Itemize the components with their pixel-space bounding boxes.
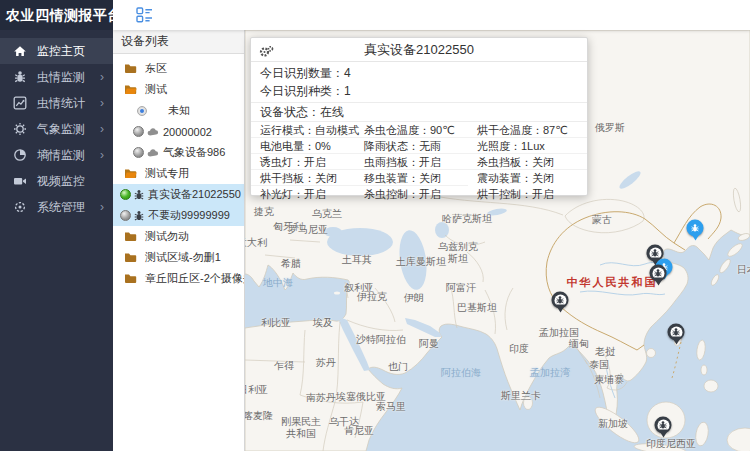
content: 俄罗斯蒙古中华人民共和国日本捷克乌克兰匈牙利罗马尼亚意大利希腊土耳其地中海叙利亚… [113, 30, 750, 451]
popup-field: 移虫装置：关闭 [355, 170, 468, 186]
sidebar-item-weather-monitor[interactable]: 气象监测 › [0, 116, 113, 142]
bug-device-icon [133, 189, 145, 201]
popup-field: 烘干仓温度：87℃ [468, 122, 587, 138]
device-marker-pin[interactable] [668, 324, 685, 341]
popup-field: 电池电量：0% [251, 138, 355, 154]
gear-icon [13, 200, 27, 214]
home-icon [13, 44, 27, 58]
popup-field: 补光灯：开启 [251, 186, 355, 202]
sidebar-item-soil-monitor[interactable]: 墒情监测 › [0, 142, 113, 168]
bug-icon [649, 247, 661, 259]
tree-folder-test-region[interactable]: 测试区域-勿删1 [113, 247, 244, 268]
offline-status-icon [133, 126, 144, 137]
weather-device-icon [147, 148, 159, 157]
chart-icon [13, 96, 27, 110]
popup-field: 杀虫控制：开启 [355, 186, 468, 202]
device-marker-pin[interactable] [650, 265, 667, 282]
soil-pie-icon [13, 148, 27, 162]
popup-field: 震动装置：关闭 [468, 170, 587, 186]
sidebar-item-system-settings[interactable]: 系统管理 › [0, 194, 113, 220]
folder-open-icon [124, 168, 137, 179]
offline-status-icon [120, 210, 131, 221]
folder-closed-icon [124, 63, 137, 74]
sidebar-item-video-monitor[interactable]: 视频监控 [0, 168, 113, 194]
tree-folder-test[interactable]: 测试 [113, 79, 244, 100]
offline-status-icon [133, 147, 144, 158]
tree-folder-zhangqiu[interactable]: 章丘阳丘区-2个摄像头 [113, 268, 244, 289]
popup-field: 虫雨挡板：开启 [355, 154, 468, 170]
bug-icon [652, 267, 664, 279]
weather-gauge-icon [13, 122, 27, 136]
chevron-right-icon: › [100, 149, 104, 161]
sidebar-item-insect-monitor[interactable]: 虫情监测 › [0, 64, 113, 90]
chevron-right-icon: › [100, 201, 104, 213]
popup-fields-grid: 运行模式：自动模式杀虫仓温度：90℃烘干仓温度：87℃电池电量：0%降雨状态：无… [251, 122, 587, 202]
popup-stats: 今日识别数量：4 今日识别种类：1 [251, 62, 587, 103]
bug-device-icon [133, 210, 145, 222]
radio-status-icon [137, 106, 147, 116]
device-tree: 东区 测试 未知 20000002 [113, 54, 244, 289]
popup-field: 烘干控制：开启 [468, 186, 587, 202]
tree-device-donttouch[interactable]: 不要动99999999 [113, 205, 244, 226]
device-marker-pin[interactable] [687, 220, 704, 237]
device-list-panel: 设备列表 东区 测试 未知 20000002 [113, 30, 245, 451]
folder-open-icon [124, 84, 137, 95]
chevron-right-icon: › [100, 97, 104, 109]
sidebar-item-monitor-home[interactable]: 监控主页 [0, 38, 113, 64]
bug-icon [670, 326, 682, 338]
popup-field: 杀虫挡板：关闭 [468, 154, 587, 170]
popup-field: 光照度：1Lux [468, 138, 587, 154]
folder-closed-icon [124, 231, 137, 242]
panel-toggle-icon[interactable] [136, 7, 153, 23]
device-info-popup: 真实设备21022550 今日识别数量：4 今日识别种类：1 设备状态：在线 运… [250, 37, 588, 196]
weather-device-icon [147, 127, 159, 136]
topbar [113, 0, 750, 30]
chevron-right-icon: › [100, 123, 104, 135]
chevron-right-icon: › [100, 71, 104, 83]
tree-device-real-21022550[interactable]: 真实设备21022550 [113, 184, 244, 205]
bug-icon [554, 294, 566, 306]
video-camera-icon [13, 174, 27, 188]
settings-gears-icon[interactable] [259, 43, 274, 57]
tree-device-20000002[interactable]: 20000002 [113, 121, 244, 142]
bug-icon [689, 222, 701, 234]
app-window: 农业四情测报平台 监控主页 虫情监测 › 虫情统计 › 气象监测 › [0, 0, 750, 451]
app-title: 农业四情测报平台 [0, 0, 113, 30]
folder-closed-icon [124, 273, 137, 284]
folder-closed-icon [124, 252, 137, 263]
popup-stat-count: 今日识别数量：4 [251, 64, 587, 82]
tree-folder-east[interactable]: 东区 [113, 58, 244, 79]
popup-title-bar: 真实设备21022550 [251, 38, 587, 62]
popup-field: 烘干挡板：关闭 [251, 170, 355, 186]
tree-folder-test-notouch[interactable]: 测试勿动 [113, 226, 244, 247]
popup-field: 杀虫仓温度：90℃ [355, 122, 468, 138]
tree-folder-test-special[interactable]: 测试专用 [113, 163, 244, 184]
tree-device-weather986[interactable]: 气象设备986 [113, 142, 244, 163]
device-marker-pin[interactable] [655, 417, 672, 434]
popup-stat-species: 今日识别种类：1 [251, 82, 587, 100]
device-marker-pin[interactable] [552, 292, 569, 309]
sidebar-item-insect-stats[interactable]: 虫情统计 › [0, 90, 113, 116]
popup-device-title: 真实设备21022550 [364, 42, 474, 57]
bug-icon [13, 70, 27, 84]
online-status-icon [120, 189, 131, 200]
sidebar: 农业四情测报平台 监控主页 虫情监测 › 虫情统计 › 气象监测 › [0, 0, 113, 451]
popup-field: 诱虫灯：开启 [251, 154, 355, 170]
bug-icon [657, 419, 669, 431]
device-list-title: 设备列表 [113, 30, 244, 54]
tree-device-unknown[interactable]: 未知 [113, 100, 244, 121]
popup-device-status: 设备状态：在线 [251, 103, 587, 122]
popup-field: 运行模式：自动模式 [251, 122, 355, 138]
popup-field: 降雨状态：无雨 [355, 138, 468, 154]
sidebar-menu: 监控主页 虫情监测 › 虫情统计 › 气象监测 › 墒情监测 › [0, 30, 113, 220]
